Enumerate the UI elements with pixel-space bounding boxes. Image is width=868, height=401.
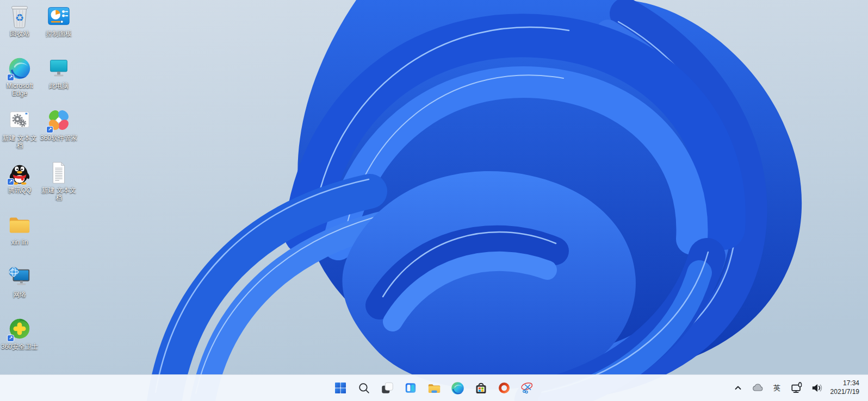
task-view-icon [380, 381, 394, 395]
system-tray: 英 17:34 [731, 375, 868, 401]
shortcut-arrow-overlay: ↗ [46, 126, 53, 133]
shortcut-arrow-overlay: ↗ [7, 74, 14, 81]
scissors-ellipse-icon [519, 380, 536, 396]
desktop-icon-label: xin lin [11, 239, 28, 246]
taskbar-center-buttons [330, 375, 538, 401]
desktop-icon-tencent-qq[interactable]: ↗ 腾讯QQ [0, 160, 39, 194]
edge-taskbar-button[interactable] [447, 377, 468, 399]
search-button[interactable] [353, 377, 375, 399]
tray-ime-indicator[interactable]: 英 [770, 379, 784, 397]
ethernet-network-icon [790, 381, 803, 394]
desktop-icon-label: 新建 文本文档 [0, 134, 39, 149]
desktop-icon-this-pc[interactable]: 此电脑 [39, 55, 78, 90]
search-icon [357, 381, 371, 395]
desktop-icon-xin-lin-folder[interactable]: xin lin [0, 212, 39, 246]
desktop-icon-label: 网络 [13, 291, 26, 298]
desktop-icon-360-safety-guard[interactable]: ↗ 360安全卫士 [0, 316, 39, 350]
tray-clock[interactable]: 17:34 2021/7/19 [829, 379, 860, 397]
monitor-icon [46, 56, 71, 81]
office-button[interactable] [493, 377, 515, 399]
chevron-up-icon [733, 383, 743, 393]
control-panel-icon [46, 4, 71, 29]
wallpaper-bloom [0, 0, 868, 401]
desktop-icon-label: 360软件管家 [40, 134, 77, 142]
folder-icon [7, 212, 32, 237]
microsoft-store-button[interactable] [470, 377, 492, 399]
desktop-icon-control-panel[interactable]: 控制面板 [39, 3, 78, 37]
desktop-icon-label: 回收站 [10, 30, 29, 37]
desktop-icon-label: 此电脑 [49, 82, 69, 90]
desktop-icon-label: 360安全卫士 [1, 343, 38, 350]
store-bag-icon [474, 381, 488, 396]
desktop-icon-microsoft-edge[interactable]: ↗ Microsoft Edge [0, 55, 39, 97]
desktop-icon-label: Microsoft Edge [0, 82, 39, 97]
widgets-icon [404, 381, 418, 395]
clock-date: 2021/7/19 [830, 388, 859, 397]
shortcut-arrow-overlay: ↗ [7, 335, 14, 342]
office-ring-icon [497, 381, 511, 395]
edge-browser-icon [450, 381, 465, 396]
windows-desktop: ♻ 回收站 控制面板 ↗ [0, 0, 868, 401]
gears-file-icon [7, 108, 32, 133]
taskbar: 英 17:34 [0, 374, 868, 401]
tray-volume[interactable] [809, 379, 824, 397]
desktop-icon-recycle-bin[interactable]: ♻ 回收站 [0, 3, 39, 37]
file-explorer-button[interactable] [423, 377, 445, 399]
tray-show-hidden-icons[interactable] [731, 379, 745, 397]
desktop-icon-new-text-doc-config[interactable]: 新建 文本文档 [0, 108, 39, 149]
svg-text:♻: ♻ [15, 12, 24, 23]
desktop-icon-label: 控制面板 [46, 30, 72, 37]
tray-onedrive[interactable] [750, 379, 765, 397]
speaker-volume-icon [810, 381, 823, 394]
task-view-button[interactable] [376, 377, 398, 399]
desktop-icon-new-text-doc[interactable]: 新建 文本文档 [39, 160, 78, 202]
desktop-icon-label: 新建 文本文档 [39, 186, 78, 202]
network-computer-icon [7, 265, 32, 290]
shortcut-arrow-overlay: ↗ [7, 178, 14, 185]
ime-language-label: 英 [773, 383, 780, 393]
desktop-icon-label: 腾讯QQ [8, 186, 32, 194]
desktop-icon-360-software-manager[interactable]: ↗ 360软件管家 [39, 108, 78, 142]
desktop-icon-network[interactable]: 网络 [0, 264, 39, 298]
file-explorer-folder-icon [427, 381, 442, 396]
recycle-bin-icon: ♻ [7, 4, 32, 29]
start-button[interactable] [330, 377, 351, 399]
widgets-button[interactable] [400, 377, 421, 399]
tray-network[interactable] [789, 379, 804, 397]
cloud-icon [751, 381, 764, 394]
clock-time: 17:34 [843, 379, 859, 388]
text-document-icon [46, 160, 71, 185]
screen-clip-button[interactable] [517, 377, 538, 399]
windows-start-icon [334, 381, 347, 394]
